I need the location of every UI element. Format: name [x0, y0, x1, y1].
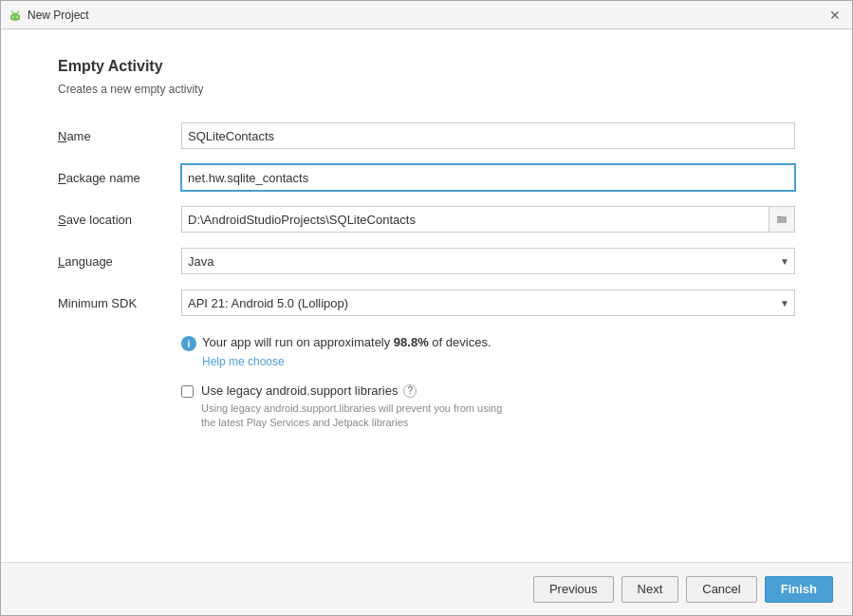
question-icon[interactable]: ?	[403, 384, 417, 398]
page-title: Empty Activity	[58, 58, 795, 75]
name-row: Name	[58, 122, 795, 149]
svg-point-6	[11, 10, 12, 11]
svg-point-2	[12, 16, 14, 18]
android-icon	[9, 9, 22, 22]
min-sdk-select[interactable]: API 21: Android 5.0 (Lollipop) API 22 AP…	[181, 289, 795, 316]
save-location-field	[181, 206, 795, 233]
svg-point-7	[18, 10, 19, 11]
svg-line-4	[12, 11, 14, 13]
name-input[interactable]	[181, 122, 795, 149]
title-bar: New Project ✕	[1, 1, 852, 29]
language-select[interactable]: Java Kotlin	[181, 248, 795, 274]
svg-point-3	[16, 16, 18, 18]
legacy-checkbox-row: Use legacy android.support libraries ? U…	[181, 383, 795, 431]
info-row: i Your app will run on approximately 98.…	[181, 335, 795, 351]
svg-rect-1	[10, 15, 20, 20]
svg-rect-8	[777, 216, 787, 223]
package-row: Package name	[58, 164, 795, 191]
info-icon: i	[181, 336, 196, 351]
title-bar-left: New Project	[9, 9, 89, 22]
save-location-row: Save location	[58, 206, 795, 233]
min-sdk-select-wrapper: API 21: Android 5.0 (Lollipop) API 22 AP…	[181, 289, 795, 316]
main-content: Empty Activity Creates a new empty activ…	[1, 29, 852, 562]
help-me-choose-link[interactable]: Help me choose	[202, 355, 795, 368]
checkbox-description: Using legacy android.support.libraries w…	[201, 401, 502, 431]
min-sdk-row: Minimum SDK API 21: Android 5.0 (Lollipo…	[58, 289, 795, 316]
info-section: i Your app will run on approximately 98.…	[181, 335, 795, 368]
previous-button[interactable]: Previous	[533, 576, 614, 603]
page-subtitle: Creates a new empty activity	[58, 83, 795, 96]
cancel-button[interactable]: Cancel	[686, 576, 756, 603]
finish-button[interactable]: Finish	[765, 576, 833, 603]
package-input[interactable]	[181, 164, 795, 191]
language-row: Language Java Kotlin ▼	[58, 248, 795, 274]
checkbox-label-row: Use legacy android.support libraries ?	[201, 383, 502, 398]
name-label: Name	[58, 129, 181, 143]
min-sdk-label: Minimum SDK	[58, 296, 181, 310]
checkbox-content: Use legacy android.support libraries ? U…	[201, 383, 502, 431]
browse-button[interactable]	[769, 206, 795, 233]
package-label: Package name	[58, 171, 181, 185]
save-location-input[interactable]	[181, 206, 769, 233]
language-select-wrapper: Java Kotlin ▼	[181, 248, 795, 274]
folder-icon	[776, 214, 788, 225]
next-button[interactable]: Next	[621, 576, 679, 603]
save-location-label: Save location	[58, 213, 181, 227]
window-title: New Project	[28, 9, 89, 22]
footer: Previous Next Cancel Finish	[1, 562, 852, 615]
new-project-window: New Project ✕ Empty Activity Creates a n…	[0, 0, 853, 616]
svg-line-5	[17, 11, 19, 13]
language-label: Language	[58, 254, 181, 269]
close-button[interactable]: ✕	[825, 6, 844, 25]
info-text: Your app will run on approximately 98.8%…	[202, 335, 491, 349]
legacy-checkbox[interactable]	[181, 385, 194, 398]
checkbox-label: Use legacy android.support libraries	[201, 383, 398, 398]
